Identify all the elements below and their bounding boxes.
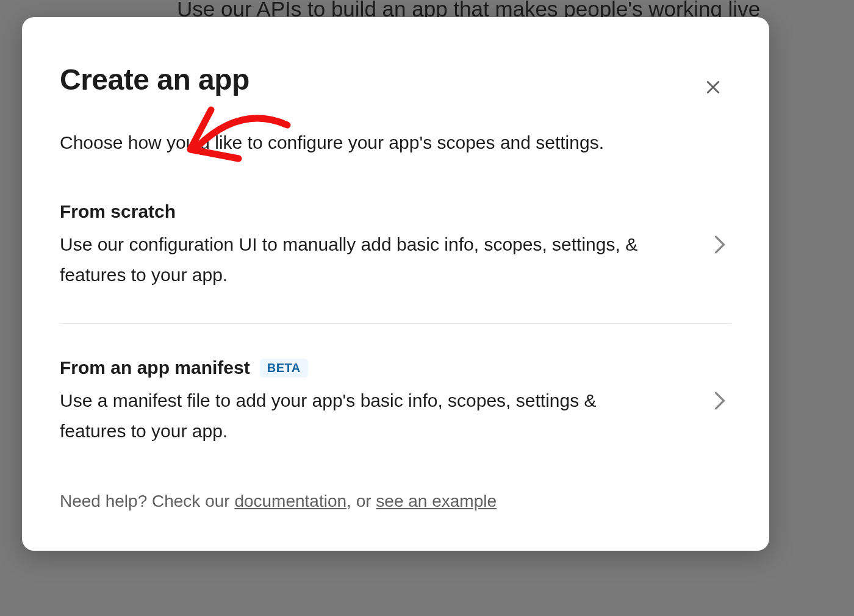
option-title-row: From scratch [60, 201, 639, 222]
help-middle: , or [346, 492, 376, 510]
option-desc: Use our configuration UI to manually add… [60, 229, 639, 290]
close-icon [704, 78, 722, 96]
help-text: Need help? Check our documentation, or s… [22, 479, 769, 511]
close-button[interactable] [701, 75, 725, 99]
create-app-modal: Create an app Choose how you'd like to c… [22, 17, 769, 551]
option-title-row: From an app manifest BETA [60, 357, 639, 378]
modal-subtitle: Choose how you'd like to configure your … [22, 99, 769, 156]
option-title: From scratch [60, 201, 176, 222]
help-prefix: Need help? Check our [60, 492, 234, 510]
documentation-link[interactable]: documentation [234, 492, 346, 510]
option-desc: Use a manifest file to add your app's ba… [60, 385, 639, 446]
modal-title: Create an app [60, 63, 249, 96]
chevron-right-icon [713, 390, 727, 414]
chevron-right-icon [713, 234, 727, 258]
example-link[interactable]: see an example [376, 492, 497, 510]
option-content: From an app manifest BETA Use a manifest… [60, 357, 639, 446]
option-content: From scratch Use our configuration UI to… [60, 201, 639, 290]
option-from-manifest[interactable]: From an app manifest BETA Use a manifest… [22, 324, 769, 479]
option-title: From an app manifest [60, 357, 250, 378]
modal-header: Create an app [22, 17, 769, 99]
option-from-scratch[interactable]: From scratch Use our configuration UI to… [22, 156, 769, 323]
beta-badge: BETA [260, 359, 308, 378]
